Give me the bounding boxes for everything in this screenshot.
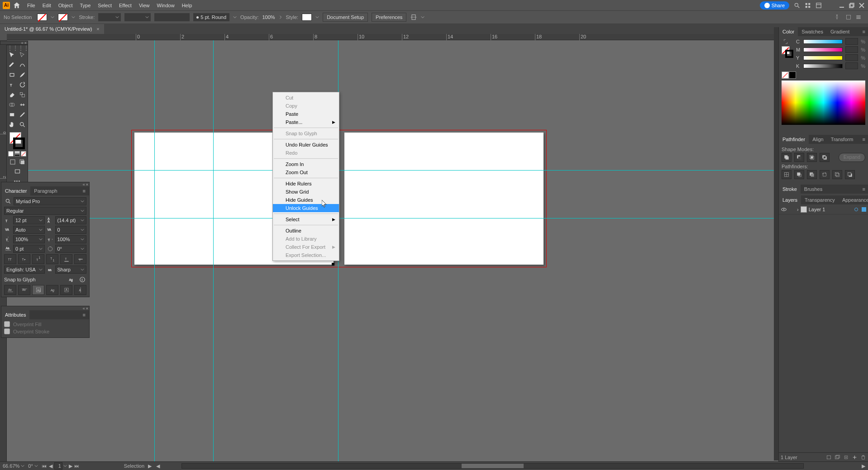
horizontal-ruler[interactable]: 0 2 4 6 8 10 12 14 16 18 20 — [7, 34, 778, 40]
screen-mode-icon[interactable] — [12, 166, 23, 176]
context-redo[interactable]: Redo — [273, 149, 339, 157]
expand-button[interactable]: Expand — [839, 153, 865, 162]
chevron-down-icon[interactable] — [233, 15, 237, 19]
direct-selection-tool[interactable] — [17, 50, 28, 60]
glyph-bounds-icon[interactable]: Ag — [67, 276, 76, 283]
preferences-button[interactable]: Preferences — [372, 13, 406, 22]
search-icon[interactable] — [794, 2, 800, 9]
context-zoom-out[interactable]: Zoom Out — [273, 168, 339, 176]
canvas[interactable] — [7, 40, 778, 461]
tab-color[interactable]: Color — [779, 27, 798, 36]
antialias-field[interactable]: Sharp — [55, 266, 87, 274]
color-spectrum[interactable] — [782, 81, 865, 125]
crop-icon[interactable] — [820, 170, 830, 179]
home-icon[interactable] — [13, 1, 21, 9]
right-dock-collapse-strip[interactable] — [774, 27, 778, 461]
align-to-icon[interactable] — [410, 14, 417, 21]
tab-pathfinder[interactable]: Pathfinder — [779, 135, 809, 144]
artboard-navigation[interactable]: ⏮◀1▶⏭ — [42, 462, 80, 470]
smallcaps-icon[interactable]: Tᴛ — [18, 254, 30, 264]
restore-icon[interactable] — [849, 3, 854, 8]
menu-file[interactable]: File — [27, 3, 35, 8]
menu-window[interactable]: Window — [157, 3, 175, 8]
font-size-field[interactable]: 12 pt — [13, 216, 45, 224]
intersect-icon[interactable] — [807, 153, 817, 162]
close-icon[interactable] — [859, 3, 864, 8]
curvature-tool[interactable] — [17, 60, 28, 70]
tab-align[interactable]: Align — [809, 135, 827, 144]
disclosure-icon[interactable]: › — [797, 207, 799, 212]
context-add-library[interactable]: Add to Library — [273, 235, 339, 243]
type-tool[interactable]: T — [7, 80, 17, 90]
overprint-fill-checkbox[interactable] — [4, 321, 10, 327]
minimize-icon[interactable] — [839, 3, 844, 8]
target-icon[interactable] — [854, 208, 858, 211]
tab-transparency[interactable]: Transparency — [801, 195, 839, 204]
context-undo-ruler[interactable]: Undo Ruler Guides — [273, 141, 339, 149]
panel-menu-icon[interactable]: ≡ — [860, 135, 868, 144]
paintbrush-tool[interactable] — [17, 70, 28, 80]
yellow-slider[interactable] — [803, 56, 843, 60]
black-swatch[interactable] — [789, 71, 796, 79]
yellow-input[interactable] — [845, 54, 858, 61]
magenta-input[interactable] — [845, 46, 858, 53]
zoom-tool[interactable] — [17, 119, 28, 129]
minus-back-icon[interactable] — [845, 170, 855, 179]
selection-tool[interactable] — [7, 50, 17, 60]
context-collect-export[interactable]: Collect For Export▶ — [273, 243, 339, 251]
tab-brushes[interactable]: Brushes — [801, 185, 826, 194]
strikethrough-icon[interactable]: T — [74, 254, 86, 264]
panel-menu-icon[interactable]: ≡ — [860, 27, 868, 36]
panel-handle[interactable]: «× — [1, 182, 89, 186]
brush-preview[interactable] — [154, 13, 190, 21]
width-tool[interactable] — [17, 100, 28, 109]
snap-em-icon[interactable]: A — [60, 285, 72, 295]
shape-builder-tool[interactable] — [7, 100, 17, 109]
scale-tool[interactable] — [17, 90, 28, 100]
zoom-level-field[interactable]: 66.67% — [3, 463, 24, 469]
info-icon[interactable]: i — [78, 276, 86, 283]
tab-gradient[interactable]: Gradient — [827, 27, 853, 36]
snap-baseline-icon[interactable]: Ax — [4, 285, 16, 295]
context-select[interactable]: Select▶ — [273, 215, 339, 223]
underline-icon[interactable]: T — [60, 254, 72, 264]
baseline-field[interactable]: 0 pt — [13, 245, 45, 253]
draw-normal-icon[interactable] — [10, 159, 15, 165]
snap-angular-icon[interactable]: Ag — [46, 285, 58, 295]
chevron-right-icon[interactable] — [279, 15, 282, 19]
locate-layer-icon[interactable] — [826, 454, 832, 461]
font-style-field[interactable]: Regular — [4, 207, 86, 215]
layer-row[interactable]: › Layer 1 — [779, 204, 868, 214]
menu-type[interactable]: Type — [80, 3, 91, 8]
new-layer-icon[interactable] — [852, 454, 858, 461]
tab-stroke[interactable]: Stroke — [779, 185, 801, 194]
exclude-icon[interactable] — [820, 153, 830, 162]
opacity-value[interactable]: 100% — [262, 14, 275, 20]
chevron-down-icon[interactable] — [51, 15, 54, 19]
share-button[interactable]: Share — [760, 1, 789, 9]
divide-icon[interactable] — [782, 170, 792, 179]
menu-view[interactable]: View — [139, 3, 150, 8]
brush-definition-field[interactable]: 5 pt. Round — [193, 13, 229, 21]
panel-menu-icon[interactable]: ≡ — [860, 185, 868, 194]
pen-tool[interactable] — [7, 60, 17, 70]
eraser-tool[interactable] — [7, 90, 17, 100]
arrange-icon[interactable] — [805, 2, 811, 9]
minus-front-icon[interactable] — [794, 153, 804, 162]
magenta-slider[interactable] — [803, 47, 843, 52]
panel-menu-icon[interactable]: ≡ — [79, 186, 89, 195]
rotate-tool[interactable] — [17, 80, 28, 90]
fill-swatch[interactable] — [37, 14, 47, 21]
rectangle-tool[interactable] — [7, 70, 17, 80]
rotation-field[interactable]: 0° — [55, 245, 87, 253]
document-setup-button[interactable]: Document Setup — [323, 13, 368, 22]
tab-character[interactable]: Character — [1, 186, 30, 195]
gradient-tool[interactable] — [7, 109, 17, 119]
tracking-field[interactable]: 0 — [55, 226, 87, 234]
menu-object[interactable]: Object — [58, 3, 73, 8]
context-hide-rulers[interactable]: Hide Rulers — [273, 180, 339, 188]
panel-menu-icon[interactable]: ≡ — [79, 310, 89, 319]
chevron-down-icon[interactable] — [421, 15, 424, 19]
context-show-grid[interactable]: Show Grid — [273, 188, 339, 196]
gradient-mode-icon[interactable] — [14, 151, 20, 157]
